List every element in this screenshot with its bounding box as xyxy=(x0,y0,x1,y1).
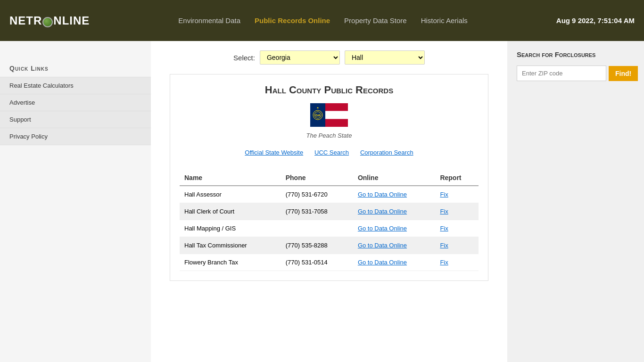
record-name: Hall Clerk of Court xyxy=(180,203,281,220)
record-phone: (770) 535-8288 xyxy=(281,237,353,254)
record-report[interactable]: Fix xyxy=(435,186,479,203)
record-phone: (770) 531-7058 xyxy=(281,203,353,220)
sidebar-item-support[interactable]: Support xyxy=(0,111,151,128)
table-row: Flowery Branch Tax(770) 531-0514Go to Da… xyxy=(180,254,479,271)
official-state-website-link[interactable]: Official State Website xyxy=(245,149,303,156)
table-row: Hall Mapping / GISGo to Data OnlineFix xyxy=(180,220,479,237)
sidebar: Quick Links Real Estate Calculators Adve… xyxy=(0,41,151,362)
record-report[interactable]: Fix xyxy=(435,237,479,254)
foreclosure-title: Search for Forclosures xyxy=(517,50,635,58)
state-select[interactable]: Georgia xyxy=(260,50,340,65)
datetime-display: Aug 9 2022, 7:51:04 AM xyxy=(556,16,635,25)
globe-icon xyxy=(42,17,53,27)
table-row: Hall Assessor(770) 531-6720Go to Data On… xyxy=(180,186,479,203)
fix-link[interactable]: Fix xyxy=(440,225,448,232)
records-table: Name Phone Online Report Hall Assessor(7… xyxy=(180,170,479,271)
col-online: Online xyxy=(353,170,435,186)
logo-text: NETRNLINE xyxy=(9,14,90,27)
fix-link[interactable]: Fix xyxy=(440,191,448,198)
fix-link[interactable]: Fix xyxy=(440,242,448,249)
nav-public-records[interactable]: Public Records Online xyxy=(255,16,330,25)
main-nav: Environmental Data Public Records Online… xyxy=(178,16,468,25)
county-title: Hall County Public Records xyxy=(180,84,479,96)
state-flag-container: GA xyxy=(180,103,479,128)
fix-link[interactable]: Fix xyxy=(440,208,448,215)
go-to-data-online-link[interactable]: Go to Data Online xyxy=(358,242,407,249)
state-flag: GA xyxy=(310,103,348,127)
sidebar-title: Quick Links xyxy=(0,60,151,77)
go-to-data-online-link[interactable]: Go to Data Online xyxy=(358,208,407,215)
find-button[interactable]: Find! xyxy=(609,66,638,81)
record-name: Flowery Branch Tax xyxy=(180,254,281,271)
go-to-data-online-link[interactable]: Go to Data Online xyxy=(358,225,407,232)
record-report[interactable]: Fix xyxy=(435,254,479,271)
nav-environmental-data[interactable]: Environmental Data xyxy=(178,16,240,25)
foreclosure-form: Find! xyxy=(517,66,635,81)
sidebar-item-privacy-policy[interactable]: Privacy Policy xyxy=(0,128,151,145)
svg-text:GA: GA xyxy=(315,114,321,117)
record-phone: (770) 531-6720 xyxy=(281,186,353,203)
nav-historic-aerials[interactable]: Historic Aerials xyxy=(421,16,468,25)
table-body: Hall Assessor(770) 531-6720Go to Data On… xyxy=(180,186,479,271)
header: NETRNLINE Environmental Data Public Reco… xyxy=(0,0,644,41)
col-report: Report xyxy=(435,170,479,186)
logo: NETRNLINE xyxy=(9,14,90,27)
record-phone: (770) 531-0514 xyxy=(281,254,353,271)
select-row: Select: Georgia Hall xyxy=(170,50,488,65)
state-links: Official State Website UCC Search Corpor… xyxy=(180,148,479,156)
record-online[interactable]: Go to Data Online xyxy=(353,186,435,203)
record-name: Hall Assessor xyxy=(180,186,281,203)
go-to-data-online-link[interactable]: Go to Data Online xyxy=(358,191,407,198)
record-phone xyxy=(281,220,353,237)
select-label: Select: xyxy=(233,54,255,62)
county-content: Hall County Public Records xyxy=(170,74,488,281)
zip-input[interactable] xyxy=(517,66,606,81)
main-layout: Quick Links Real Estate Calculators Adve… xyxy=(0,41,644,362)
record-online[interactable]: Go to Data Online xyxy=(353,237,435,254)
table-row: Hall Clerk of Court(770) 531-7058Go to D… xyxy=(180,203,479,220)
county-select[interactable]: Hall xyxy=(345,50,425,65)
record-report[interactable]: Fix xyxy=(435,220,479,237)
state-nickname: The Peach State xyxy=(180,132,479,139)
sidebar-item-advertise[interactable]: Advertise xyxy=(0,94,151,111)
record-report[interactable]: Fix xyxy=(435,203,479,220)
corporation-search-link[interactable]: Corporation Search xyxy=(360,149,413,156)
record-online[interactable]: Go to Data Online xyxy=(353,254,435,271)
table-header-row: Name Phone Online Report xyxy=(180,170,479,186)
go-to-data-online-link[interactable]: Go to Data Online xyxy=(358,259,407,266)
fix-link[interactable]: Fix xyxy=(440,259,448,266)
content-area: Select: Georgia Hall Hall County Public … xyxy=(151,41,507,362)
table-row: Hall Tax Commissioner(770) 535-8288Go to… xyxy=(180,237,479,254)
sidebar-item-real-estate-calculators[interactable]: Real Estate Calculators xyxy=(0,77,151,94)
record-online[interactable]: Go to Data Online xyxy=(353,220,435,237)
nav-property-data-store[interactable]: Property Data Store xyxy=(344,16,407,25)
right-panel: Search for Forclosures Find! xyxy=(507,41,644,362)
record-name: Hall Mapping / GIS xyxy=(180,220,281,237)
record-online[interactable]: Go to Data Online xyxy=(353,203,435,220)
col-name: Name xyxy=(180,170,281,186)
ucc-search-link[interactable]: UCC Search xyxy=(314,149,349,156)
col-phone: Phone xyxy=(281,170,353,186)
record-name: Hall Tax Commissioner xyxy=(180,237,281,254)
